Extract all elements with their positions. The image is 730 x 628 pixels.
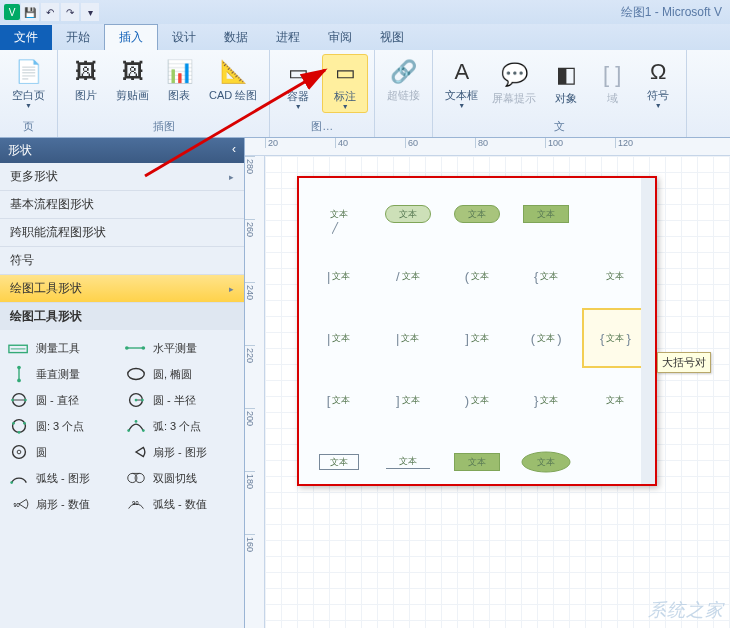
gallery-item[interactable]: 文本 — [305, 184, 372, 244]
picture-button[interactable]: 🖼图片 — [64, 54, 108, 105]
tab-data[interactable]: 数据 — [210, 25, 262, 50]
ruler-tick: 160 — [245, 534, 255, 597]
qat-save-icon[interactable]: 💾 — [21, 3, 39, 21]
gallery-item[interactable]: ]文本 — [374, 370, 441, 430]
gallery-item[interactable]: |文本 — [305, 246, 372, 306]
stencil-item[interactable]: 跨职能流程图形状 — [0, 219, 244, 247]
svg-text:文本: 文本 — [537, 457, 555, 467]
gallery-item[interactable]: }文本 — [513, 370, 580, 430]
gallery-item[interactable]: 文本 — [305, 432, 372, 492]
svg-point-24 — [13, 446, 26, 459]
stencil-item[interactable]: 更多形状▸ — [0, 163, 244, 191]
chart-button[interactable]: 📊图表 — [157, 54, 201, 105]
cad-button[interactable]: 📐CAD 绘图 — [203, 54, 263, 105]
gallery-item[interactable]: 文本 — [374, 184, 441, 244]
gallery-item[interactable]: 文本 — [443, 432, 510, 492]
shapes-stencil-active-header: 绘图工具形状 — [0, 303, 244, 330]
svg-point-25 — [17, 450, 21, 454]
shape-icon — [125, 339, 147, 357]
shape-item[interactable]: 垂直测量 — [8, 362, 119, 386]
field-button-icon: [ ] — [596, 59, 628, 91]
ruler-tick: 120 — [615, 138, 685, 148]
ruler-tick: 240 — [245, 282, 255, 345]
shape-item[interactable]: 弧: 3 个点 — [125, 414, 236, 438]
shape-item[interactable]: 90扇形 - 数值 — [8, 492, 119, 516]
qat-undo-icon[interactable]: ↶ — [41, 3, 59, 21]
textbox-button[interactable]: A文本框▼ — [439, 54, 484, 111]
shape-item[interactable]: 弧线 - 图形 — [8, 466, 119, 490]
shape-item[interactable]: 圆: 3 个点 — [8, 414, 119, 438]
stencil-item[interactable]: 符号 — [0, 247, 244, 275]
gallery-item[interactable]: )文本 — [443, 370, 510, 430]
svg-point-27 — [128, 473, 137, 482]
canvas-grid[interactable]: 文本文本文本文本|文本/文本(文本{文本文本|文本|文本]文本(文本 ){文本 … — [265, 156, 730, 628]
stencil-item-label: 绘图工具形状 — [10, 280, 82, 297]
ruler-tick: 80 — [475, 138, 545, 148]
gallery-item[interactable]: |文本 — [305, 308, 372, 368]
shape-item[interactable]: 圆 — [8, 440, 119, 464]
container-button[interactable]: ▭容器▼ — [276, 54, 320, 113]
gallery-item[interactable] — [582, 184, 649, 244]
gallery-item[interactable]: (文本 ) — [513, 308, 580, 368]
tab-process[interactable]: 进程 — [262, 25, 314, 50]
ruler-tick: 40 — [335, 138, 405, 148]
shape-item[interactable]: 扇形 - 图形 — [125, 440, 236, 464]
svg-point-8 — [128, 369, 145, 380]
tab-view[interactable]: 视图 — [366, 25, 418, 50]
gallery-item[interactable]: /文本 — [374, 246, 441, 306]
shape-icon — [125, 417, 147, 435]
cad-button-icon: 📐 — [217, 56, 249, 88]
shape-item[interactable]: 双圆切线 — [125, 466, 236, 490]
gallery-item[interactable]: ]文本 — [443, 308, 510, 368]
callout-button[interactable]: ▭标注▼ — [322, 54, 368, 113]
gallery-item[interactable]: [文本 — [305, 370, 372, 430]
shape-label: 圆, 椭圆 — [153, 367, 192, 382]
tab-file[interactable]: 文件 — [0, 25, 52, 50]
object-button[interactable]: ◧对象 — [544, 54, 588, 111]
gallery-item[interactable] — [582, 432, 649, 492]
gallery-item[interactable]: 文本 — [443, 184, 510, 244]
stencil-item[interactable]: 绘图工具形状▸ — [0, 275, 244, 303]
symbol-button-label: 符号 — [647, 88, 669, 103]
gallery-item[interactable]: 文本 — [374, 432, 441, 492]
ruler-tick: 280 — [245, 156, 255, 219]
stencil-item[interactable]: 基本流程图形状 — [0, 191, 244, 219]
dropdown-arrow-icon: ▼ — [295, 104, 302, 110]
svg-point-18 — [12, 422, 15, 425]
shape-item[interactable]: 90弧线 - 数值 — [125, 492, 236, 516]
tab-insert[interactable]: 插入 — [104, 24, 158, 50]
stencil-item-label: 基本流程图形状 — [10, 196, 94, 213]
qat-redo-icon[interactable]: ↷ — [61, 3, 79, 21]
textbox-button-label: 文本框 — [445, 88, 478, 103]
clipart-button-label: 剪贴画 — [116, 88, 149, 103]
gallery-scrollbar[interactable] — [641, 178, 655, 484]
shape-item[interactable]: 圆 - 半径 — [125, 388, 236, 412]
tab-review[interactable]: 审阅 — [314, 25, 366, 50]
gallery-item[interactable]: 文本 — [582, 246, 649, 306]
gallery-item[interactable]: 文本 — [582, 370, 649, 430]
gallery-item[interactable]: |文本 — [374, 308, 441, 368]
gallery-item[interactable]: 文本 — [513, 432, 580, 492]
shape-item[interactable]: 圆 - 直径 — [8, 388, 119, 412]
shape-icon — [8, 443, 30, 461]
ribbon-tabs: 文件 开始 插入 设计 数据 进程 审阅 视图 — [0, 24, 730, 50]
tab-home[interactable]: 开始 — [52, 25, 104, 50]
qat-customize-icon[interactable]: ▾ — [81, 3, 99, 21]
callout-button-icon: ▭ — [329, 57, 361, 89]
shape-item[interactable]: 圆, 椭圆 — [125, 362, 236, 386]
stencil-item-label: 符号 — [10, 252, 34, 269]
shape-item[interactable]: 水平测量 — [125, 336, 236, 360]
svg-text:90: 90 — [132, 500, 138, 506]
gallery-item[interactable]: {文本 — [513, 246, 580, 306]
svg-point-11 — [11, 399, 14, 402]
gallery-item[interactable]: 文本 — [513, 184, 580, 244]
stencil-item-label: 跨职能流程图形状 — [10, 224, 106, 241]
blank-page-button[interactable]: 📄空白页▼ — [6, 54, 51, 111]
symbol-button[interactable]: Ω符号▼ — [636, 54, 680, 111]
shapes-pane-collapse-icon[interactable]: ‹ — [232, 142, 236, 159]
clipart-button[interactable]: 🖼剪贴画 — [110, 54, 155, 105]
shape-item[interactable]: 测量工具 — [8, 336, 119, 360]
tab-design[interactable]: 设计 — [158, 25, 210, 50]
gallery-item[interactable]: {文本 } — [582, 308, 649, 368]
gallery-item[interactable]: (文本 — [443, 246, 510, 306]
